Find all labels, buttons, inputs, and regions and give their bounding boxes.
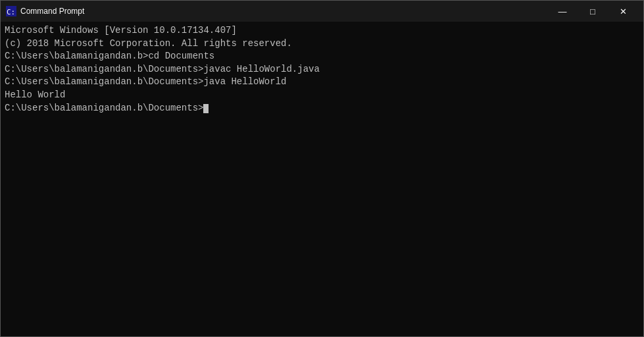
maximize-button[interactable]: □ <box>578 1 608 22</box>
console-line: Hello World <box>5 89 639 102</box>
cmd-icon: C: <box>6 6 16 16</box>
title-bar: C: Command Prompt — □ ✕ <box>1 1 643 22</box>
minimize-button[interactable]: — <box>547 1 578 22</box>
window-controls: — □ ✕ <box>547 1 638 22</box>
cursor <box>203 104 209 113</box>
window-title: Command Prompt <box>20 7 547 16</box>
console-line: C:\Users\balamanigandan.b\Documents> <box>5 102 639 115</box>
svg-text:C:: C: <box>7 8 15 16</box>
console-line: Microsoft Windows [Version 10.0.17134.40… <box>5 24 639 38</box>
console-line: (c) 2018 Microsoft Corporation. All righ… <box>5 38 639 51</box>
cmd-window: C: Command Prompt — □ ✕ Microsoft Window… <box>0 0 644 337</box>
console-output[interactable]: Microsoft Windows [Version 10.0.17134.40… <box>1 22 643 336</box>
console-line: C:\Users\balamanigandan.b>cd Documents <box>5 50 639 63</box>
close-button[interactable]: ✕ <box>608 1 638 22</box>
console-line: C:\Users\balamanigandan.b\Documents>java… <box>5 76 639 89</box>
console-line: C:\Users\balamanigandan.b\Documents>java… <box>5 63 639 76</box>
